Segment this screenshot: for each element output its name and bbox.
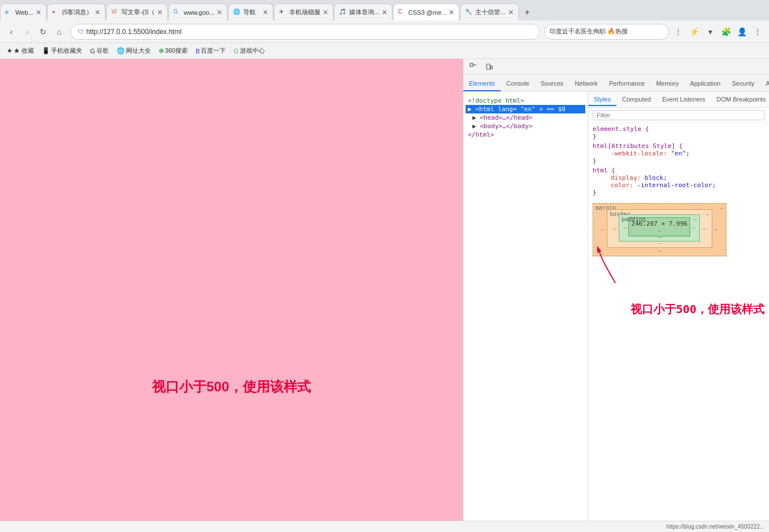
tab-performance[interactable]: Performance — [603, 77, 650, 91]
dom-html-attr: lang= — [498, 105, 517, 113]
dom-html-end[interactable]: </html> — [466, 130, 585, 139]
forward-button[interactable]: › — [20, 25, 34, 39]
tab-title-4: www.goo... — [184, 9, 214, 16]
bookmark-google[interactable]: G 谷歌 — [88, 45, 111, 56]
chevron-down-icon[interactable]: ▾ — [703, 25, 717, 39]
url-bar[interactable]: 🛡 http://127.0.0.1:5500/index.html — [70, 24, 540, 40]
tab-elements[interactable]: Elements — [463, 77, 501, 91]
back-button[interactable]: ‹ — [5, 25, 18, 39]
game-icon: G — [234, 48, 239, 54]
device-toggle-button[interactable] — [484, 61, 495, 73]
menu-icon[interactable]: ⋮ — [671, 25, 685, 39]
padding-label: padding — [622, 216, 645, 222]
bookmark-360[interactable]: ⊕ 360搜索 — [157, 45, 190, 56]
tab-title-6: 非机场稳服 — [289, 8, 320, 16]
svg-rect-2 — [487, 64, 490, 69]
filter-input[interactable] — [593, 110, 764, 120]
tab-close-6[interactable]: ✕ — [323, 9, 328, 16]
css-prop-display: display: block; — [602, 174, 764, 181]
margin-dash-top-right: – — [720, 205, 724, 211]
bookmark-mobile[interactable]: 📱 手机收藏夹 — [40, 45, 84, 56]
svg-rect-0 — [470, 64, 473, 66]
tab-close-3[interactable]: ✕ — [157, 9, 163, 16]
tab-memory[interactable]: Memory — [650, 77, 685, 91]
tab-close-9[interactable]: ✕ — [508, 9, 514, 16]
styles-subtabs: Styles Computed Event Listeners DOM Brea… — [588, 92, 769, 108]
dom-html-open: <html — [475, 105, 498, 113]
inspect-element-button[interactable] — [468, 61, 479, 73]
user-icon[interactable]: 👤 — [735, 25, 749, 39]
subtab-event-listeners[interactable]: Event Listeners — [657, 94, 711, 106]
google-icon: G — [90, 48, 95, 54]
tab-bar: e Web... ✕ ● (5客消息） ✕ W 写文章-(S（ ✕ G www.… — [0, 0, 769, 20]
tab-6[interactable]: ✈ 非机场稳服 ✕ — [274, 3, 333, 20]
tab-3[interactable]: W 写文章-(S（ ✕ — [106, 3, 168, 20]
tab-sources[interactable]: Sources — [535, 77, 569, 91]
box-model-section: margin – – – border – – — [593, 203, 764, 256]
tab-close-5[interactable]: ✕ — [263, 9, 268, 16]
tab-favicon-5: 🌐 — [233, 9, 241, 16]
home-button[interactable]: ⌂ — [52, 25, 66, 39]
tab-security[interactable]: Security — [726, 77, 760, 91]
tab-title-8: CSS3 @me... — [408, 9, 446, 16]
subtab-styles[interactable]: Styles — [588, 94, 616, 106]
annotation-text: 视口小于500，使用该样式 — [631, 302, 764, 316]
new-tab-button[interactable]: + — [519, 5, 535, 20]
page-content: 视口小于500，使用该样式 — [0, 59, 463, 521]
border-dash-top-right: – — [705, 211, 709, 217]
dom-body-tag: <body>…</body> — [480, 123, 533, 130]
dom-head[interactable]: ▶ <head>…</head> — [466, 113, 585, 122]
tab-9[interactable]: 🔧 主十信管... ✕ — [460, 3, 518, 20]
tab-4[interactable]: G www.goo... ✕ — [168, 3, 227, 20]
url-text: http://127.0.0.1:5500/index.html — [86, 28, 181, 36]
css-selector-element-style: element.style { — [593, 125, 764, 133]
tab-close-7[interactable]: ✕ — [382, 9, 387, 16]
tab-application[interactable]: Application — [685, 77, 726, 91]
tab-network[interactable]: Network — [569, 77, 603, 91]
tab-console[interactable]: Console — [501, 77, 535, 91]
tab-favicon-8: C — [398, 9, 406, 16]
bookmark-favorites[interactable]: ★ ★ 收藏 — [5, 45, 36, 56]
doctype-text: <!doctype html> — [468, 97, 524, 104]
tab-close-1[interactable]: ✕ — [36, 9, 41, 16]
css-rule-html-attrs: html[Attributes Style] { -webkit-locale:… — [593, 142, 764, 164]
devtools-annotation: 视口小于500，使用该样式 — [593, 302, 764, 317]
tab-close-4[interactable]: ✕ — [217, 9, 222, 16]
dom-doctype[interactable]: <!doctype html> — [466, 96, 585, 105]
tab-favicon-4: G — [174, 9, 181, 16]
subtab-dom-breakpoints[interactable]: DOM Breakpoints — [711, 94, 769, 106]
dom-html-selected[interactable]: ▶ <html lang= "en" > == $0 — [466, 105, 585, 113]
bookmark-baidu[interactable]: B 百度一下 — [193, 45, 228, 56]
border-sides: – padding – – – — [613, 214, 705, 242]
extensions-icon[interactable]: 🧩 — [719, 25, 733, 39]
bookmark-games[interactable]: G 游戏中心 — [231, 45, 267, 56]
tab-close-8[interactable]: ✕ — [449, 9, 454, 16]
lightning-icon[interactable]: ⚡ — [687, 25, 701, 39]
refresh-button[interactable]: ↻ — [36, 25, 50, 39]
tab-8[interactable]: C CSS3 @me... ✕ — [393, 3, 459, 20]
tab-favicon-7: 🎵 — [339, 9, 347, 16]
dom-head-arrow: ▶ — [472, 114, 476, 121]
tab-7[interactable]: 🎵 媒体音询... ✕ — [334, 3, 392, 20]
search-bar[interactable]: 印度近千名医生殉职 🔥热搜 — [544, 24, 669, 40]
toolbar-icons: ⋮ ⚡ ▾ 🧩 👤 ⋮ — [671, 25, 764, 39]
css-prop-color: color: -internal-root-color; — [602, 181, 764, 189]
baidu-icon: B — [196, 48, 200, 54]
border-right-val: – — [700, 214, 705, 242]
tab-audits[interactable]: Audits — [760, 77, 769, 91]
tab-1[interactable]: e Web... ✕ — [0, 3, 47, 20]
dom-body[interactable]: ▶ <body>…</body> — [466, 122, 585, 130]
page-annotation: 视口小于500，使用该样式 — [152, 378, 311, 464]
settings-icon[interactable]: ⋮ — [751, 25, 764, 39]
tab-2[interactable]: ● (5客消息） ✕ — [47, 3, 106, 20]
360-icon: ⊕ — [159, 47, 164, 54]
svg-rect-3 — [491, 66, 492, 69]
subtab-computed[interactable]: Computed — [616, 94, 657, 106]
tab-close-2[interactable]: ✕ — [95, 9, 100, 16]
css-rule-html: html { display: block; color: -internal-… — [593, 167, 764, 196]
bookmark-url-nav[interactable]: 🌐 网址大全 — [115, 45, 153, 56]
content-x: × — [661, 220, 669, 227]
tab-5[interactable]: 🌐 导航 ✕ — [228, 3, 273, 20]
status-url: https://blog.csdn.net/weixin_4500222... — [666, 523, 764, 530]
tab-favicon-2: ● — [52, 9, 60, 16]
